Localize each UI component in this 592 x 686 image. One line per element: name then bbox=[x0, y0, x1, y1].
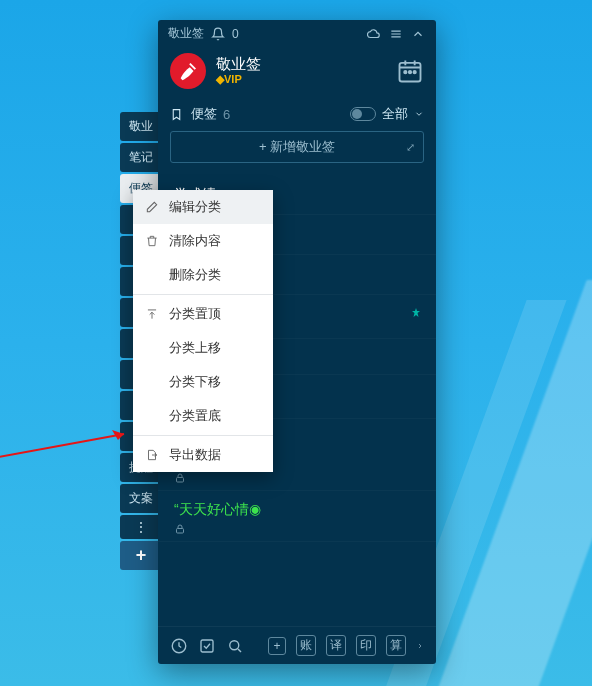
add-note-label: + 新增敬业签 bbox=[259, 138, 335, 156]
side-tab-more[interactable]: ⋮ bbox=[120, 515, 162, 539]
bottombar-chevron-icon[interactable] bbox=[416, 642, 424, 650]
ctx-label: 编辑分类 bbox=[169, 198, 221, 216]
ctx-label: 分类上移 bbox=[169, 339, 221, 357]
ctx-move-up[interactable]: 分类上移 bbox=[133, 331, 273, 365]
to-top-icon bbox=[145, 307, 159, 321]
search-icon[interactable] bbox=[226, 637, 244, 655]
ctx-separator bbox=[133, 435, 273, 436]
header: 敬业签 ◆VIP bbox=[158, 47, 436, 99]
translate-button[interactable]: 译 bbox=[326, 635, 346, 656]
collapse-icon[interactable] bbox=[410, 26, 426, 42]
ctx-move-top[interactable]: 分类置顶 bbox=[133, 297, 273, 331]
svg-rect-5 bbox=[177, 529, 184, 534]
trash-icon bbox=[145, 234, 159, 248]
ctx-label: 导出数据 bbox=[169, 446, 221, 464]
lock-icon bbox=[174, 472, 186, 484]
add-note-button[interactable]: + 新增敬业签 ⤢ bbox=[170, 131, 424, 163]
vip-badge: ◆VIP bbox=[216, 73, 261, 86]
category-count: 6 bbox=[223, 107, 230, 122]
calc-button[interactable]: 算 bbox=[386, 635, 406, 656]
ctx-move-bottom[interactable]: 分类置底 bbox=[133, 399, 273, 433]
bookmark-icon bbox=[170, 108, 183, 121]
svg-point-2 bbox=[409, 71, 411, 73]
pin-icon bbox=[410, 307, 422, 319]
expand-icon[interactable]: ⤢ bbox=[406, 141, 415, 154]
filter-all[interactable]: 全部 bbox=[382, 105, 408, 123]
plus-button[interactable]: + bbox=[268, 637, 286, 655]
list-item[interactable]: “天天好心情◉ bbox=[158, 491, 436, 542]
edit-icon bbox=[145, 200, 159, 214]
bell-count: 0 bbox=[232, 27, 239, 41]
ctx-edit-category[interactable]: 编辑分类 bbox=[133, 190, 273, 224]
chevron-down-icon[interactable] bbox=[414, 109, 424, 119]
note-text: “天天好心情◉ bbox=[174, 501, 422, 519]
svg-rect-4 bbox=[177, 478, 184, 483]
ctx-label: 清除内容 bbox=[169, 232, 221, 250]
complete-icon[interactable] bbox=[198, 637, 216, 655]
bottom-bar: + 账 译 印 算 bbox=[158, 626, 436, 664]
ctx-clear-content[interactable]: 清除内容 bbox=[133, 224, 273, 258]
svg-point-3 bbox=[414, 71, 416, 73]
svg-rect-7 bbox=[201, 640, 213, 652]
ctx-label: 分类下移 bbox=[169, 373, 221, 391]
titlebar-app: 敬业签 bbox=[168, 25, 204, 42]
ctx-delete-category[interactable]: 删除分类 bbox=[133, 258, 273, 292]
ctx-label: 分类置顶 bbox=[169, 305, 221, 323]
ctx-move-down[interactable]: 分类下移 bbox=[133, 365, 273, 399]
side-tab-1[interactable]: 笔记 bbox=[120, 143, 162, 172]
bell-icon[interactable] bbox=[210, 26, 226, 42]
side-tab-0[interactable]: 敬业 bbox=[120, 112, 162, 141]
side-tab-add[interactable]: + bbox=[120, 541, 162, 570]
calendar-icon[interactable] bbox=[396, 57, 424, 85]
context-menu: 编辑分类 清除内容 删除分类 分类置顶 分类上移 分类下移 分类置底 导出数据 bbox=[133, 190, 273, 472]
account-button[interactable]: 账 bbox=[296, 635, 316, 656]
print-button[interactable]: 印 bbox=[356, 635, 376, 656]
app-logo-icon bbox=[170, 53, 206, 89]
history-icon[interactable] bbox=[170, 637, 188, 655]
svg-point-1 bbox=[404, 71, 406, 73]
ctx-separator bbox=[133, 294, 273, 295]
ctx-label: 分类置底 bbox=[169, 407, 221, 425]
view-toggle[interactable] bbox=[350, 107, 376, 121]
ctx-export-data[interactable]: 导出数据 bbox=[133, 438, 273, 472]
app-name: 敬业签 bbox=[216, 55, 261, 73]
menu-icon[interactable] bbox=[388, 26, 404, 42]
titlebar: 敬业签 0 bbox=[158, 20, 436, 47]
category-label[interactable]: 便签 bbox=[191, 105, 217, 123]
lock-icon bbox=[174, 523, 186, 535]
cloud-sync-icon[interactable] bbox=[366, 26, 382, 42]
svg-point-8 bbox=[230, 640, 239, 649]
export-icon bbox=[145, 448, 159, 462]
category-bar: 便签 6 全部 bbox=[158, 99, 436, 129]
ctx-label: 删除分类 bbox=[169, 266, 221, 284]
side-tab-12[interactable]: 文案 bbox=[120, 484, 162, 513]
